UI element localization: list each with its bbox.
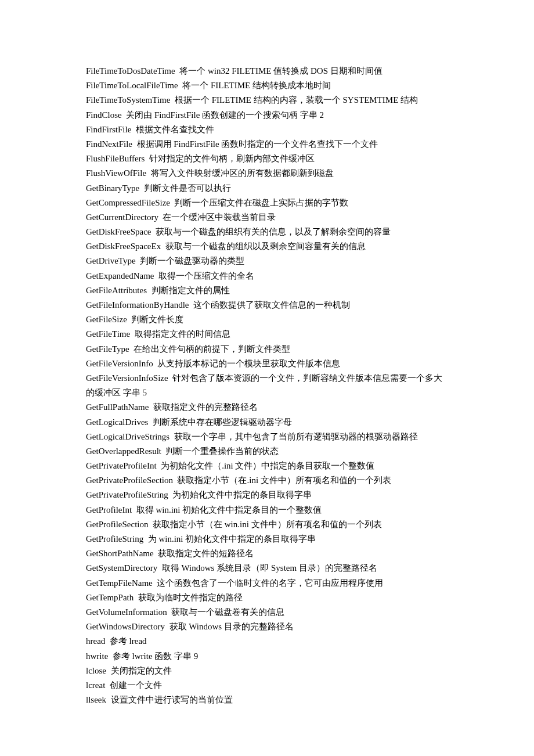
api-entry: GetLogicalDrives 判断系统中存在哪些逻辑驱动器字母: [86, 415, 447, 430]
function-name: GetFileInformationByHandle: [86, 300, 191, 309]
function-name: GetProfileInt: [86, 505, 134, 514]
api-entry: GetPrivateProfileSection 获取指定小节（在.ini 文件…: [86, 473, 447, 488]
api-entry: hread 参考 lread: [86, 634, 447, 649]
function-name: FileTimeToDosDateTime: [86, 66, 177, 75]
function-name: GetTempPath: [86, 593, 136, 602]
function-description: 获取 Windows 目录的完整路径名: [167, 622, 294, 631]
api-entry: GetWindowsDirectory 获取 Windows 目录的完整路径名: [86, 620, 447, 634]
api-entry: GetCompressedFileSize 判断一个压缩文件在磁盘上实际占据的字…: [86, 196, 447, 210]
api-entry: GetFileType 在给出文件句柄的前提下，判断文件类型: [86, 342, 447, 357]
function-description: 根据一个 FILETIME 结构的内容，装载一个 SYSTEMTIME 结构: [172, 95, 418, 105]
function-description: 判断一个重叠操作当前的状态: [164, 447, 279, 456]
function-description: 针对指定的文件句柄，刷新内部文件缓冲区: [147, 154, 315, 163]
function-description: 判断指定文件的属性: [149, 286, 230, 295]
function-name: GetFileSize: [86, 315, 129, 324]
function-name: GetExpandedName: [86, 271, 156, 280]
function-name: GetPrivateProfileSection: [86, 476, 175, 485]
api-entry: FindFirstFile 根据文件名查找文件: [86, 123, 447, 137]
function-description: 从支持版本标记的一个模块里获取文件版本信息: [156, 359, 341, 368]
function-description: 获取与一个磁盘卷有关的信息: [169, 607, 284, 617]
function-description: 设置文件中进行读写的当前位置: [109, 695, 233, 704]
function-description: 关闭指定的文件: [109, 666, 172, 675]
api-entry: GetFileAttributes 判断指定文件的属性: [86, 283, 447, 298]
function-description: 获取为临时文件指定的路径: [136, 593, 243, 602]
api-entry: GetBinaryType 判断文件是否可以执行: [86, 181, 447, 196]
function-name: GetFileVersionInfoSize: [86, 373, 170, 383]
function-description: 将写入文件映射缓冲区的所有数据都刷新到磁盘: [149, 168, 334, 178]
api-entry: lclose 关闭指定的文件: [86, 664, 447, 678]
api-entry: GetLogicalDriveStrings 获取一个字串，其中包含了当前所有逻…: [86, 430, 447, 444]
function-name: GetSystemDirectory: [86, 563, 160, 573]
function-description: 判断一个磁盘驱动器的类型: [138, 256, 244, 265]
api-entry: GetTempPath 获取为临时文件指定的路径: [86, 591, 447, 605]
function-name: GetPrivateProfileInt: [86, 461, 158, 470]
function-name: GetProfileString: [86, 534, 146, 543]
function-description: 创建一个文件: [107, 681, 162, 690]
function-description: 根据文件名查找文件: [134, 125, 214, 134]
api-entry: lcreat 创建一个文件: [86, 678, 447, 693]
api-entry: GetPrivateProfileInt 为初始化文件（.ini 文件）中指定的…: [86, 459, 447, 473]
api-entry: GetFileInformationByHandle 这个函数提供了获取文件信息…: [86, 298, 447, 312]
function-description: 取得 Windows 系统目录（即 System 目录）的完整路径名: [160, 563, 377, 573]
function-description: 取得指定文件的时间信息: [132, 329, 230, 339]
function-description: 获取一个字串，其中包含了当前所有逻辑驱动器的根驱动器路径: [172, 432, 418, 441]
function-name: GetProfileSection: [86, 520, 150, 529]
function-name: GetCompressedFileSize: [86, 198, 172, 207]
api-entry: FindNextFile 根据调用 FindFirstFile 函数时指定的一个…: [86, 137, 447, 152]
function-description: 在给出文件句柄的前提下，判断文件类型: [132, 344, 291, 354]
function-name: FlushViewOfFile: [86, 168, 149, 178]
function-name: FindFirstFile: [86, 125, 134, 134]
function-name: GetFullPathName: [86, 402, 151, 412]
function-description: 为 win.ini 初始化文件中指定的条目取得字串: [146, 534, 316, 543]
function-name: FileTimeToSystemTime: [86, 95, 172, 105]
function-name: GetFileAttributes: [86, 286, 149, 295]
api-entry: GetCurrentDirectory 在一个缓冲区中装载当前目录: [86, 210, 447, 225]
api-entry: GetFileVersionInfo 从支持版本标记的一个模块里获取文件版本信息: [86, 357, 447, 371]
api-entry: FileTimeToSystemTime 根据一个 FILETIME 结构的内容…: [86, 93, 447, 107]
api-entry: GetDiskFreeSpace 获取与一个磁盘的组织有关的信息，以及了解剩余空…: [86, 225, 447, 239]
api-entry: hwrite 参考 lwrite 函数 字串 9: [86, 649, 447, 664]
api-entry: GetFullPathName 获取指定文件的完整路径名: [86, 400, 447, 415]
api-entry: GetFileSize 判断文件长度: [86, 312, 447, 327]
function-description: 关闭由 FindFirstFile 函数创建的一个搜索句柄 字串 2: [124, 110, 324, 120]
function-description: 根据调用 FindFirstFile 函数时指定的一个文件名查找下一个文件: [135, 139, 378, 149]
api-entry: GetProfileSection 获取指定小节（在 win.ini 文件中）所…: [86, 517, 447, 532]
function-description: 获取指定小节（在 win.ini 文件中）所有项名和值的一个列表: [150, 520, 381, 529]
function-description: 将一个 win32 FILETIME 值转换成 DOS 日期和时间值: [177, 66, 382, 75]
api-entry: FileTimeToLocalFileTime 将一个 FILETIME 结构转…: [86, 78, 447, 93]
api-entry: GetSystemDirectory 取得 Windows 系统目录（即 Sys…: [86, 561, 447, 575]
function-description: 参考 lwrite 函数 字串 9: [110, 651, 198, 661]
function-description: 取得 win.ini 初始化文件中指定条目的一个整数值: [134, 505, 322, 514]
api-entry: GetProfileString 为 win.ini 初始化文件中指定的条目取得…: [86, 532, 447, 546]
api-entry: FlushViewOfFile 将写入文件映射缓冲区的所有数据都刷新到磁盘: [86, 166, 447, 181]
function-description: 这个函数提供了获取文件信息的一种机制: [191, 300, 350, 309]
function-name: GetDriveType: [86, 256, 138, 265]
api-entry: GetFileTime 取得指定文件的时间信息: [86, 327, 447, 341]
function-name: GetCurrentDirectory: [86, 213, 161, 222]
function-description: 判断一个压缩文件在磁盘上实际占据的字节数: [172, 198, 349, 207]
api-entry: FlushFileBuffers 针对指定的文件句柄，刷新内部文件缓冲区: [86, 152, 447, 166]
function-name: GetBinaryType: [86, 183, 142, 193]
api-entry: GetOverlappedResult 判断一个重叠操作当前的状态: [86, 444, 447, 459]
function-description: 获取与一个磁盘的组织有关的信息，以及了解剩余空间的容量: [153, 227, 391, 236]
api-entry: GetExpandedName 取得一个压缩文件的全名: [86, 269, 447, 283]
function-name: GetLogicalDriveStrings: [86, 432, 172, 441]
function-name: GetFileTime: [86, 329, 132, 339]
function-name: FindNextFile: [86, 139, 135, 149]
function-description: 获取指定文件的完整路径名: [151, 402, 258, 412]
function-description: 判断文件是否可以执行: [142, 183, 231, 193]
function-name: GetFileVersionInfo: [86, 359, 156, 368]
function-name: lclose: [86, 666, 109, 675]
api-entry: FileTimeToDosDateTime 将一个 win32 FILETIME…: [86, 64, 447, 78]
api-entry: GetProfileInt 取得 win.ini 初始化文件中指定条目的一个整数…: [86, 503, 447, 517]
function-name: GetTempFileName: [86, 578, 155, 588]
function-description: 获取与一个磁盘的组织以及剩余空间容量有关的信息: [163, 242, 366, 251]
api-entry: GetDiskFreeSpaceEx 获取与一个磁盘的组织以及剩余空间容量有关的…: [86, 239, 447, 254]
api-entry: FindClose 关闭由 FindFirstFile 函数创建的一个搜索句柄 …: [86, 108, 447, 123]
function-name: FindClose: [86, 110, 124, 120]
api-entry: GetShortPathName 获取指定文件的短路径名: [86, 546, 447, 561]
function-description: 为初始化文件中指定的条目取得字串: [170, 490, 312, 499]
api-function-list: FileTimeToDosDateTime 将一个 win32 FILETIME…: [86, 64, 447, 707]
function-description: 这个函数包含了一个临时文件的名字，它可由应用程序使用: [155, 578, 384, 588]
function-description: 获取指定小节（在.ini 文件中）所有项名和值的一个列表: [175, 476, 391, 485]
